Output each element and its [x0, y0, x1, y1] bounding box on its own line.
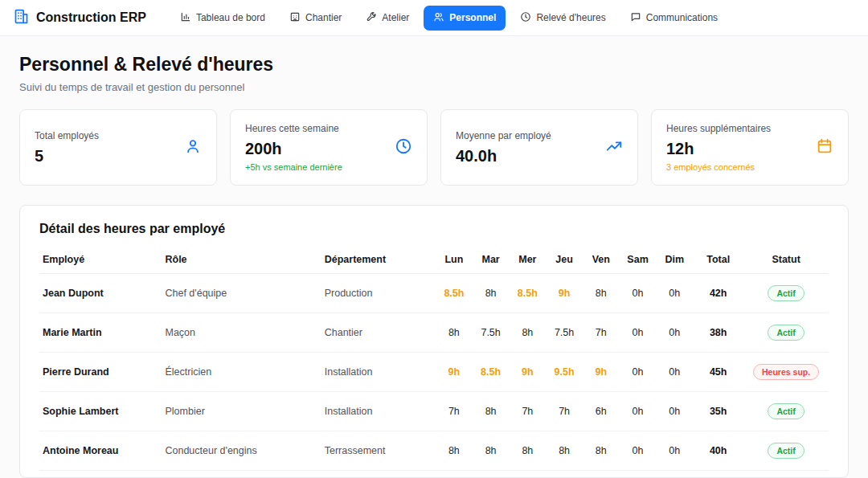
status-badge: Actif [768, 443, 804, 459]
day-hours-cell: 8h [509, 431, 546, 471]
employee-department: Terrassement [321, 431, 436, 471]
day-hours-cell: 0h [620, 392, 657, 431]
day-hours-cell: 8h [546, 431, 583, 471]
column-header: Employé [39, 246, 162, 274]
stat-note: +5h vs semaine dernière [245, 162, 342, 172]
hours-detail-card: Détail des heures par employé EmployéRôl… [19, 205, 849, 478]
day-hours-cell: 7h [509, 392, 546, 431]
stat-label: Moyenne par employé [456, 130, 551, 141]
table-row: Jean DupontChef d'équipeProduction8.5h8h… [39, 274, 829, 313]
day-hours-cell: 7h [546, 392, 583, 431]
employee-department: Installation [321, 353, 436, 392]
nav-item-personnel[interactable]: Personnel [424, 6, 506, 31]
stat-card-heures-semaine: Heures cette semaine 200h +5h vs semaine… [230, 109, 428, 186]
day-hours-cell: 7.5h [546, 313, 583, 353]
employee-name: Antoine Moreau [39, 431, 162, 471]
employee-department: Installation [321, 392, 436, 431]
stat-label: Total employés [35, 130, 99, 141]
status-cell: Actif [743, 313, 829, 353]
day-hours-cell: 0h [620, 431, 657, 471]
building-icon [289, 11, 301, 25]
stat-value: 40.0h [456, 147, 551, 165]
status-badge: Actif [768, 285, 804, 301]
day-hours-cell: 0h [620, 274, 657, 313]
column-header: Mar [473, 246, 510, 274]
nav-item-atelier[interactable]: Atelier [356, 6, 419, 31]
app-brand: Construction ERP [13, 8, 146, 28]
calendar-icon [816, 137, 833, 158]
status-cell: Actif [743, 392, 829, 431]
app-title: Construction ERP [36, 10, 146, 25]
employee-name: Marie Martin [39, 313, 162, 353]
chat-icon [630, 11, 641, 25]
person-icon [184, 137, 202, 158]
day-hours-cell: 0h [656, 353, 693, 392]
employee-hours-table: EmployéRôleDépartementLunMarMerJeuVenSam… [39, 246, 829, 471]
day-hours-cell: 0h [656, 313, 693, 353]
day-hours-cell: 8h [473, 274, 510, 313]
day-hours-cell: 9h [509, 353, 546, 392]
column-header: Département [321, 246, 436, 274]
nav-items: Tableau de bord Chantier Atelier Personn… [170, 6, 727, 31]
day-hours-cell: 9h [436, 353, 473, 392]
day-hours-cell: 8h [473, 431, 510, 471]
column-header: Total [693, 246, 743, 274]
employee-role: Conducteur d'engins [162, 431, 321, 471]
day-hours-cell: 8h [436, 313, 473, 353]
day-hours-cell: 8h [583, 431, 620, 471]
total-hours-cell: 45h [693, 353, 743, 392]
top-navigation: Construction ERP Tableau de bord Chantie… [0, 0, 868, 36]
stat-card-moyenne: Moyenne par employé 40.0h [440, 109, 638, 186]
clock-icon [520, 11, 531, 25]
status-badge: Heures sup. [753, 364, 819, 380]
nav-item-tableau-de-bord[interactable]: Tableau de bord [170, 6, 275, 31]
employee-role: Plombier [162, 392, 321, 431]
stat-value: 200h [245, 140, 342, 158]
day-hours-cell: 0h [620, 353, 657, 392]
total-hours-cell: 40h [693, 431, 743, 471]
trending-up-icon [605, 137, 623, 158]
bar-chart-icon [180, 11, 191, 25]
day-hours-cell: 8.5h [473, 353, 510, 392]
page-title: Personnel & Relevé d'heures [19, 54, 849, 76]
day-hours-cell: 8.5h [436, 274, 473, 313]
day-hours-cell: 6h [583, 392, 620, 431]
nav-item-chantier[interactable]: Chantier [280, 6, 351, 31]
day-hours-cell: 7h [583, 313, 620, 353]
status-cell: Actif [743, 274, 829, 313]
column-header: Rôle [162, 246, 321, 274]
employee-role: Électricien [162, 353, 321, 392]
employee-name: Sophie Lambert [39, 392, 162, 431]
employee-name: Jean Dupont [39, 274, 162, 313]
stat-label: Heures cette semaine [245, 123, 342, 134]
day-hours-cell: 9h [546, 274, 583, 313]
table-title: Détail des heures par employé [39, 222, 829, 236]
day-hours-cell: 8h [436, 431, 473, 471]
people-icon [433, 11, 444, 25]
status-cell: Actif [743, 431, 829, 471]
wrench-icon [366, 11, 377, 25]
stats-row: Total employés 5 Heures cette semaine 20… [19, 109, 849, 186]
column-header: Ven [583, 246, 620, 274]
column-header: Jeu [546, 246, 583, 274]
total-hours-cell: 42h [693, 274, 743, 313]
nav-item-releve-dheures[interactable]: Relevé d'heures [510, 6, 615, 31]
day-hours-cell: 8.5h [509, 274, 546, 313]
status-badge: Actif [768, 403, 804, 419]
stat-card-heures-sup: Heures supplémentaires 12h 3 employés co… [651, 109, 849, 186]
page-subtitle: Suivi du temps de travail et gestion du … [19, 81, 849, 93]
column-header: Sam [620, 246, 657, 274]
day-hours-cell: 0h [620, 313, 657, 353]
stat-value: 5 [35, 147, 99, 165]
nav-item-communications[interactable]: Communications [620, 6, 727, 31]
table-row: Pierre DurandÉlectricienInstallation9h8.… [39, 353, 829, 392]
column-header: Lun [436, 246, 473, 274]
column-header: Dim [656, 246, 693, 274]
construction-logo-icon [13, 8, 30, 28]
table-row: Marie MartinMaçonChantier8h7.5h8h7.5h7h0… [39, 313, 829, 353]
day-hours-cell: 0h [656, 274, 693, 313]
stat-note: 3 employés concernés [666, 162, 771, 172]
status-badge: Actif [768, 325, 804, 341]
stat-value: 12h [666, 140, 771, 158]
status-cell: Heures sup. [743, 353, 829, 392]
